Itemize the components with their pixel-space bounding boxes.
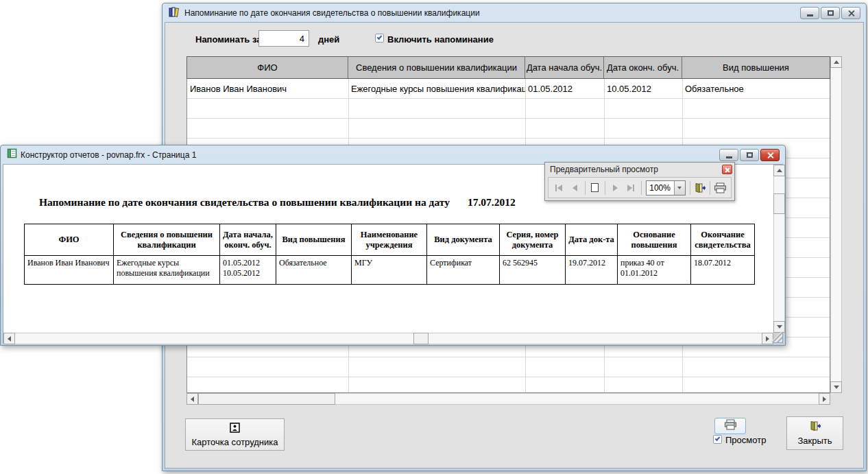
minimize-icon[interactable] (719, 149, 738, 161)
grid-col-date-start[interactable]: Дата начала обуч. (525, 57, 604, 78)
hscroll-thumb[interactable] (198, 393, 335, 405)
close-icon[interactable] (760, 149, 780, 161)
enable-reminder-checkbox[interactable] (375, 34, 384, 43)
table-row[interactable]: Иванов Иван Иванович Ежегодные курсы пов… (187, 79, 830, 99)
cell-svedeniya[interactable]: Ежегодные курсы повышения квалификации (348, 79, 525, 99)
scroll-up-icon[interactable] (773, 165, 785, 176)
employee-card-icon (230, 423, 240, 435)
reminder-titlebar: Напоминание по дате окончания свидетельс… (164, 4, 865, 21)
report-doc-icon (7, 148, 17, 161)
close-icon[interactable] (722, 165, 732, 174)
report-header-row: ФИО Сведения о повышении квалификации Да… (25, 224, 755, 256)
report-data-row: Иванов Иван Иванович Ежегодные курсы пов… (25, 256, 755, 285)
grid-col-svedeniya[interactable]: Сведения о повышении квалификации (348, 57, 525, 78)
grid-col-vid[interactable]: Вид повышения (682, 57, 830, 78)
scroll-down-icon[interactable] (830, 381, 842, 393)
preview-label: Просмотр (725, 435, 766, 445)
reminder-window-title: Напоминание по дате окончания свидетельс… (184, 8, 480, 18)
grid-header: ФИО Сведения о повышении квалификации Да… (186, 56, 830, 79)
close-icon[interactable] (841, 7, 860, 19)
report-date: 17.07.2012 (468, 196, 516, 208)
rep-col-fio: ФИО (25, 224, 114, 256)
rep-col-seriya: Серия, номер документа (500, 224, 566, 256)
exit-preview-icon[interactable] (692, 180, 708, 196)
scroll-left-icon[interactable] (186, 393, 198, 405)
rep-col-data-dokta: Дата док-та (566, 224, 618, 256)
report-table: ФИО Сведения о повышении квалификации Да… (24, 224, 755, 285)
vscroll-thumb[interactable] (773, 193, 785, 214)
scroll-right-icon[interactable] (819, 393, 830, 405)
rep-col-uchrezhdenie: Наименование учреждения (352, 224, 427, 256)
zoom-value: 100% (647, 183, 674, 193)
cell-date-start[interactable]: 01.05.2012 (525, 79, 604, 99)
report-titlebar: Конструктор отчетов - povnap.frx - Стран… (2, 146, 784, 163)
scroll-down-icon[interactable] (773, 321, 785, 333)
employee-card-label: Карточка сотрудника (191, 437, 278, 447)
rep-col-dates: Дата начала, оконч. обуч. (220, 224, 276, 256)
grid-vscrollbar[interactable] (830, 56, 842, 393)
rep-col-svedeniya: Сведения о повышении квалификации (114, 224, 220, 256)
cell-vid[interactable]: Обязательное (682, 79, 830, 99)
scroll-left-icon[interactable] (3, 333, 15, 344)
employee-card-button[interactable]: Карточка сотрудника (185, 418, 285, 451)
remind-days-input[interactable] (258, 30, 309, 47)
cell-fio[interactable]: Иванов Иван Иванович (187, 79, 348, 99)
cell-date-end[interactable]: 10.05.2012 (604, 79, 682, 99)
scroll-right-icon[interactable] (762, 333, 773, 344)
rep-col-vid-povysheniya: Вид повышения (276, 224, 352, 256)
preview-toolbar-panel: 100% (548, 177, 732, 198)
grid-col-fio[interactable]: ФИО (187, 57, 348, 78)
rep-col-osnovanie: Основание повышения (618, 224, 691, 256)
close-window-label: Закрыть (797, 436, 832, 446)
preview-toolbar-title: Предварительный просмотр (550, 165, 658, 174)
report-title: Напоминание по дате окончания свидетельс… (39, 196, 516, 209)
last-page-icon[interactable] (623, 180, 639, 196)
report-vscrollbar[interactable] (773, 165, 785, 333)
page-copy-icon[interactable] (587, 180, 603, 196)
minimize-icon[interactable] (800, 7, 819, 19)
preview-toolbar: Предварительный просмотр 100% (544, 162, 735, 201)
printer-icon (724, 419, 737, 433)
grid-col-date-end[interactable]: Дата оконч. обуч. (604, 57, 682, 78)
remind-label: Напоминать за (195, 34, 261, 45)
previous-page-icon[interactable] (567, 180, 583, 196)
checkmark-icon (715, 436, 721, 441)
preview-checkbox[interactable] (713, 435, 722, 444)
next-page-icon[interactable] (607, 180, 623, 196)
chevron-down-icon[interactable] (674, 181, 685, 195)
first-page-icon[interactable] (551, 180, 567, 196)
report-window-title: Конструктор отчетов - povnap.frx - Стран… (21, 150, 196, 160)
maximize-icon[interactable] (740, 149, 759, 161)
enable-reminder-label: Включить напоминание (387, 34, 494, 45)
rep-col-vid-dokumenta: Вид документа (427, 224, 500, 256)
scroll-up-icon[interactable] (830, 56, 842, 68)
exit-door-icon (809, 420, 821, 434)
print-button[interactable] (714, 418, 746, 434)
checkmark-icon (377, 34, 383, 40)
books-icon (169, 6, 181, 20)
maximize-icon[interactable] (821, 7, 840, 19)
zoom-select[interactable]: 100% (646, 180, 686, 195)
report-preview-window: Конструктор отчетов - povnap.frx - Стран… (0, 145, 786, 346)
close-window-button[interactable]: Закрыть (786, 416, 843, 450)
days-label: дней (318, 34, 339, 45)
hscroll-thumb[interactable] (413, 333, 429, 344)
report-hscrollbar[interactable] (3, 333, 773, 344)
rep-col-okonchanie: Окончание свидетельства (691, 224, 755, 256)
print-icon[interactable] (712, 180, 728, 196)
